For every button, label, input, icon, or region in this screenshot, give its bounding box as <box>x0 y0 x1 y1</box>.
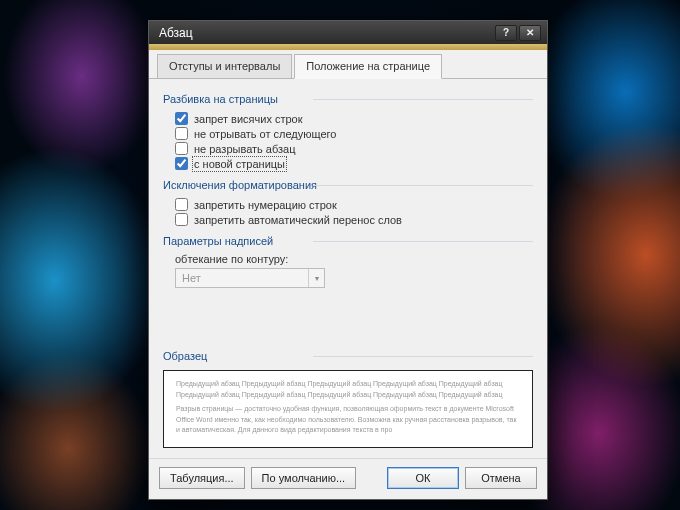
tab-position[interactable]: Положение на странице <box>294 54 442 79</box>
preview-box: Предыдущий абзац Предыдущий абзац Предыд… <box>163 370 533 448</box>
group-sample-label: Образец <box>163 350 533 362</box>
set-default-button[interactable]: По умолчанию... <box>251 467 357 489</box>
preview-sample-paragraph: Разрыв страницы — достаточно удобная фун… <box>176 404 520 436</box>
checkbox-page-break-before[interactable]: с новой страницы <box>175 156 533 171</box>
wrap-label: обтекание по контуру: <box>175 253 533 265</box>
paragraph-dialog: Абзац ? ✕ Отступы и интервалы Положение … <box>148 20 548 500</box>
group-exceptions-label: Исключения форматирования <box>163 179 533 191</box>
checkbox-suppress-line-numbers[interactable]: запретить нумерацию строк <box>175 197 533 212</box>
dialog-title: Абзац <box>159 26 193 40</box>
checkbox-nolinenum-input[interactable] <box>175 198 188 211</box>
checkbox-keep-with-next[interactable]: не отрывать от следующего <box>175 126 533 141</box>
cancel-button[interactable]: Отмена <box>465 467 537 489</box>
chevron-down-icon: ▾ <box>308 269 324 287</box>
titlebar[interactable]: Абзац ? ✕ <box>149 21 547 44</box>
wrap-combo-value: Нет <box>182 272 201 284</box>
preview-prev-paragraph: Предыдущий абзац Предыдущий абзац Предыд… <box>176 379 520 400</box>
wrap-combo: Нет ▾ <box>175 268 325 288</box>
checkbox-keepnext-input[interactable] <box>175 127 188 140</box>
ok-button[interactable]: ОК <box>387 467 459 489</box>
tab-indents[interactable]: Отступы и интервалы <box>157 54 292 78</box>
checkbox-widow-control[interactable]: запрет висячих строк <box>175 111 533 126</box>
group-textbox-label: Параметры надписей <box>163 235 533 247</box>
tabs-button[interactable]: Табуляция... <box>159 467 245 489</box>
help-button[interactable]: ? <box>495 25 517 41</box>
checkbox-keeptogether-input[interactable] <box>175 142 188 155</box>
checkbox-pagebreak-input[interactable] <box>175 157 188 170</box>
checkbox-no-hyphenation[interactable]: запретить автоматический перенос слов <box>175 212 533 227</box>
button-bar: Табуляция... По умолчанию... ОК Отмена <box>149 458 547 499</box>
dialog-content: Разбивка на страницы запрет висячих стро… <box>149 79 547 458</box>
checkbox-keep-together[interactable]: не разрывать абзац <box>175 141 533 156</box>
checkbox-nohyphen-input[interactable] <box>175 213 188 226</box>
group-pagination-label: Разбивка на страницы <box>163 93 533 105</box>
checkbox-widow-input[interactable] <box>175 112 188 125</box>
tab-strip: Отступы и интервалы Положение на страниц… <box>149 50 547 79</box>
close-button[interactable]: ✕ <box>519 25 541 41</box>
